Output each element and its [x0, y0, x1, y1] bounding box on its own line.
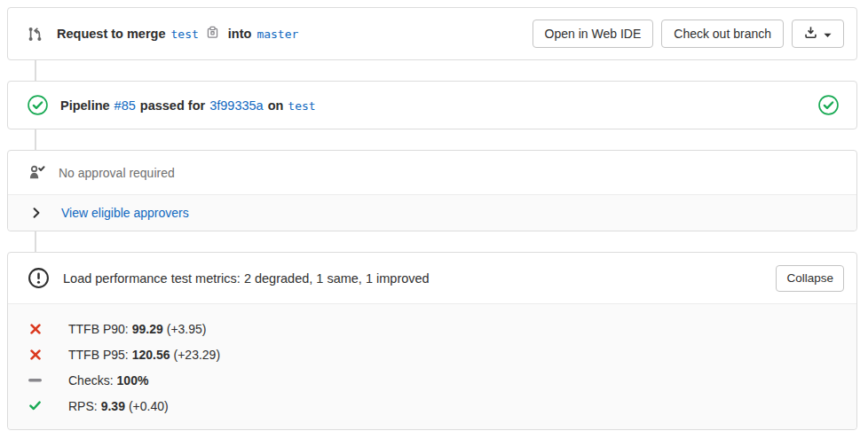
pipeline-status: passed for	[140, 98, 205, 113]
commit-sha-link[interactable]: 3f99335a	[209, 98, 263, 113]
chevron-right-icon	[33, 208, 40, 218]
checkout-branch-button[interactable]: Check out branch	[661, 20, 784, 48]
metric-label: TTFB P95:	[68, 348, 129, 362]
source-branch-link[interactable]: test	[170, 27, 198, 41]
mr-title: Request to merge test into master	[57, 26, 298, 42]
mr-title-prefix: Request to merge	[57, 27, 165, 41]
mr-title-into: into	[228, 27, 252, 41]
metric-delta: (+23.29)	[174, 348, 221, 362]
approvals-card: No approval required View eligible appro…	[7, 150, 857, 231]
same-dash-icon	[28, 379, 42, 382]
target-branch-link[interactable]: master	[256, 27, 298, 41]
metric-label: Checks:	[68, 373, 114, 388]
load-performance-summary: Load performance test metrics: 2 degrade…	[63, 271, 430, 286]
degraded-icon	[28, 349, 42, 360]
section-connector	[35, 231, 36, 252]
metric-delta: (+3.95)	[167, 322, 207, 336]
pipeline-prefix: Pipeline	[60, 98, 110, 113]
metric-row: Checks: 100%	[28, 367, 842, 393]
load-performance-card: Load performance test metrics: 2 degrade…	[7, 252, 857, 430]
view-approvers-toggle[interactable]: View eligible approvers	[8, 194, 856, 231]
metric-row: RPS: 9.39 (+0.40)	[28, 393, 842, 419]
metric-label: TTFB P90:	[68, 322, 129, 336]
metric-value: 99.29	[132, 322, 163, 336]
pipeline-status-text: Pipeline #85 passed for 3f99335a on test	[60, 98, 316, 113]
exclamation-circle-icon	[28, 267, 50, 289]
view-approvers-link[interactable]: View eligible approvers	[61, 206, 189, 220]
load-performance-header: Load performance test metrics: 2 degrade…	[8, 253, 856, 303]
pipeline-branch-link[interactable]: test	[288, 99, 315, 113]
pipeline-id-link[interactable]: #85	[114, 98, 136, 113]
improved-check-icon	[28, 401, 42, 411]
section-connector	[35, 60, 36, 81]
degraded-icon	[28, 324, 42, 334]
pipeline-on: on	[268, 98, 284, 113]
merge-request-icon	[28, 27, 43, 42]
metric-row: TTFB P90: 99.29 (+3.95)	[28, 316, 842, 341]
caret-down-icon	[824, 27, 832, 41]
metric-value: 120.56	[132, 348, 170, 362]
metric-value: 100%	[117, 373, 149, 388]
collapse-button[interactable]: Collapse	[776, 265, 844, 292]
copy-icon	[206, 26, 219, 42]
metric-row: TTFB P95: 120.56 (+23.29)	[28, 341, 842, 367]
metric-label: RPS:	[68, 399, 98, 413]
user-check-icon	[28, 164, 45, 181]
metric-value: 9.39	[101, 399, 125, 413]
open-web-ide-button[interactable]: Open in Web IDE	[533, 20, 654, 48]
copy-branch-button[interactable]	[206, 26, 219, 42]
pipeline-passed-icon	[28, 95, 48, 115]
download-icon	[804, 26, 817, 42]
mini-pipeline-stage-icon[interactable]	[818, 95, 839, 115]
pipeline-card: Pipeline #85 passed for 3f99335a on test	[7, 81, 857, 129]
metric-delta: (+0.40)	[129, 399, 169, 413]
section-connector	[35, 129, 36, 150]
approval-status-row: No approval required	[8, 151, 856, 194]
mr-widget: Request to merge test into master Open i…	[7, 7, 857, 430]
mr-header-card: Request to merge test into master Open i…	[7, 7, 857, 60]
mr-actions: Open in Web IDE Check out branch	[533, 20, 844, 48]
download-dropdown-button[interactable]	[792, 20, 844, 48]
load-performance-body: TTFB P90: 99.29 (+3.95) TTFB P95: 120.56…	[8, 303, 856, 429]
approval-message: No approval required	[59, 166, 175, 180]
